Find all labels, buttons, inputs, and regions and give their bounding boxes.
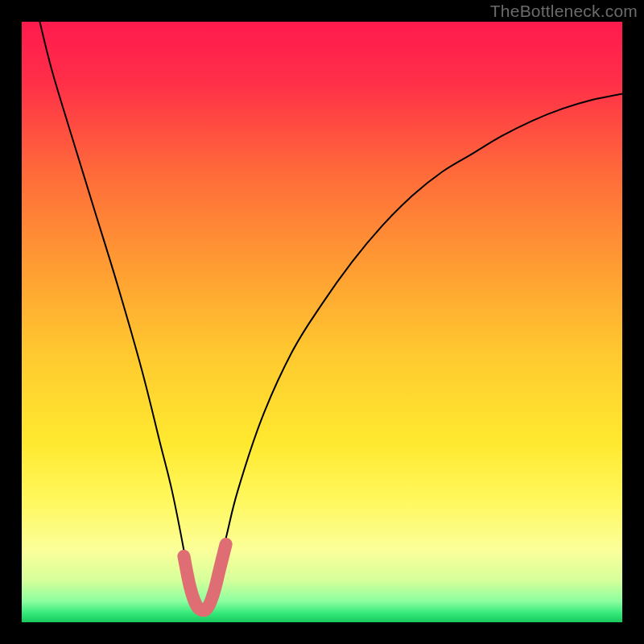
chart-svg <box>22 22 622 622</box>
watermark-text: TheBottleneck.com <box>490 2 638 21</box>
gradient-background <box>22 22 622 622</box>
chart-area <box>22 22 622 622</box>
